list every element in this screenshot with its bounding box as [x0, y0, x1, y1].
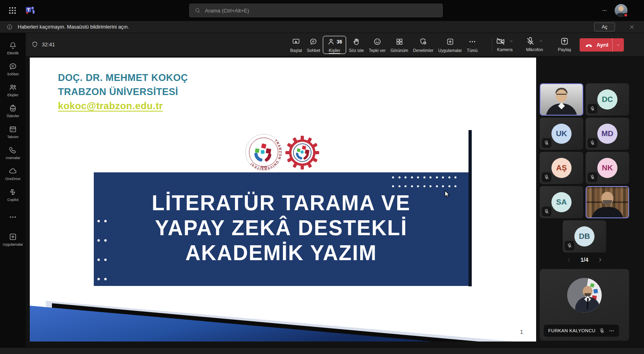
toolbar-button-label: Tepki ver — [369, 48, 386, 53]
app-launcher-waffle-icon[interactable] — [8, 6, 17, 15]
backpack-icon — [8, 104, 17, 113]
plus-square-icon — [446, 37, 454, 46]
toolbar-button-gorunum[interactable]: Görünüm — [388, 36, 410, 54]
close-banner-icon[interactable] — [629, 24, 635, 30]
toolbar-button-icon-row — [352, 37, 361, 47]
mic-off-icon — [590, 106, 595, 112]
slide-accent-bar — [469, 130, 472, 286]
slide-author-email: kokoc@trabzon.edu.tr — [58, 99, 188, 113]
sidebar-item-label: Copilot — [7, 198, 19, 202]
toolbar-button-soz-iste[interactable]: Söz iste — [347, 36, 366, 54]
mic-off-icon — [567, 243, 572, 248]
smiley-icon — [373, 37, 382, 46]
video-feed — [541, 84, 582, 115]
slide-title-line: AKADEMİK YAZIM — [101, 240, 461, 265]
muted-indicator — [542, 172, 551, 182]
person-head — [556, 89, 567, 102]
participant-tile-speaker-video[interactable] — [540, 83, 583, 116]
hangup-icon — [584, 41, 593, 50]
decor-dot — [417, 176, 419, 178]
people-count-badge: 36 — [336, 39, 342, 45]
copilot-icon — [8, 188, 17, 197]
sidebar-item-takvim[interactable]: Takvim — [0, 122, 26, 143]
slide-title: LİTERATÜR TARAMA VEYAPAY ZEKÂ DESTEKLİAK… — [94, 190, 469, 265]
person-icon — [327, 37, 335, 46]
participant-more-icon[interactable] — [609, 328, 615, 334]
sidebar-item-odevler[interactable]: Ödevler — [0, 101, 26, 122]
shield-gear-icon — [419, 37, 427, 46]
participant-tile-AŞ[interactable]: AŞ — [540, 152, 583, 184]
chevron-down-icon[interactable] — [616, 43, 621, 48]
sidebar-item-sohbet[interactable]: Sohbet — [0, 59, 26, 80]
toolbar-button-baslat[interactable]: Başlat — [288, 36, 304, 54]
participant-tile-SA[interactable]: SA — [540, 186, 583, 218]
chevron-right-icon[interactable] — [597, 257, 603, 263]
banner-dots-top-right — [392, 176, 456, 187]
share-button[interactable]: Paylaş — [558, 36, 571, 52]
share-screen-icon — [560, 37, 569, 46]
mic-off-icon — [526, 37, 535, 46]
chevron-down-icon[interactable] — [509, 39, 514, 43]
slide-author-name: DOÇ. DR. MEHMET KOKOÇ — [58, 70, 188, 85]
toolbar-button-label: Tümü — [467, 48, 478, 53]
toolbar-button-tepki-ver[interactable]: Tepki ver — [367, 36, 388, 54]
decor-dot — [436, 176, 438, 178]
slide-page-number: 1 — [520, 329, 523, 335]
sidebar-item-ekipler[interactable]: Ekipler — [0, 80, 26, 101]
toolbar-button-label: Sohbet — [307, 48, 320, 53]
meeting-timer-value: 32:41 — [42, 41, 55, 48]
toolbar-button-tumu[interactable]: Tümü — [465, 36, 480, 54]
sidebar-item-uygulamalar[interactable]: Uygulamalar — [0, 229, 26, 250]
participant-tile-bookshelf-video[interactable] — [586, 186, 629, 218]
decor-dot — [454, 185, 456, 187]
sidebar-item-label: Takvim — [7, 135, 19, 139]
toolbar-button-icon-row — [292, 37, 300, 47]
participant-tile-UK[interactable]: UK — [540, 118, 583, 150]
participant-tile-DB[interactable]: DB — [563, 220, 606, 253]
sidebar-item-label: Ekipler — [7, 93, 19, 97]
sidebar-item-onedrive[interactable]: OneDrive — [0, 164, 26, 184]
sidebar-item-more[interactable] — [0, 209, 26, 225]
leave-meeting-button[interactable]: Ayrıl — [580, 38, 624, 52]
hand-icon — [352, 37, 361, 46]
decor-dot — [454, 176, 456, 178]
decor-dot — [442, 176, 444, 178]
participant-tile-NK[interactable]: NK — [586, 152, 629, 184]
screenshare-icon — [292, 37, 300, 46]
participant-name-pill: FURKAN KALYONCU — [544, 325, 619, 337]
participant-tile-DC[interactable]: DC — [586, 83, 629, 116]
search-input[interactable] — [205, 8, 438, 14]
toolbar-button-icon-row — [395, 37, 404, 47]
meeting-toolbar: 32:41 BaşlatSohbet36KişilerSöz isteTepki… — [26, 33, 644, 56]
sidebar-item-copilot[interactable]: Copilot — [0, 184, 26, 205]
chevron-down-icon[interactable] — [539, 39, 543, 43]
toolbar-button-sohbet[interactable]: Sohbet — [305, 36, 322, 54]
cloud-icon — [8, 167, 17, 176]
sidebar-item-etkinlik[interactable]: Etkinlik — [0, 38, 26, 59]
toolbar-button-kisiler[interactable]: 36Kişiler — [323, 36, 346, 54]
muted-indicator — [542, 138, 551, 148]
participant-tile-MD[interactable]: MD — [586, 118, 629, 150]
shared-presentation-slide: DOÇ. DR. MEHMET KOKOÇ TRABZON ÜNİVERSİTE… — [30, 58, 536, 342]
sidebar-item-label: OneDrive — [5, 177, 21, 181]
teams-logo-icon[interactable] — [25, 5, 35, 15]
camera-button[interactable]: Kamera — [496, 36, 514, 52]
enable-notifications-button[interactable]: Aç — [594, 23, 615, 31]
decor-dot — [97, 278, 100, 280]
topbar-more-icon[interactable] — [600, 8, 609, 13]
decor-dot — [411, 185, 413, 187]
toolbar-button-uygulamalar[interactable]: Uygulamalar — [436, 36, 464, 54]
participant-tile-furkan-kalyoncu[interactable]: FURKAN KALYONCU — [540, 269, 629, 341]
sidebar-item-aramalar[interactable]: Aramalar — [0, 143, 26, 164]
plus-square-icon — [8, 232, 17, 241]
people-icon — [8, 83, 17, 92]
toolbar-button-denetimler[interactable]: Denetimler — [411, 36, 436, 54]
microphone-button[interactable]: Mikrofon — [526, 36, 543, 52]
chevron-left-icon[interactable] — [566, 257, 572, 263]
participant-initials-avatar: UK — [551, 124, 572, 144]
app-top-bar — [0, 0, 644, 21]
sidebar-item-label: Ödevler — [6, 114, 19, 118]
toolbar-button-label: Söz iste — [349, 48, 364, 53]
toolbar-button-icon-row — [468, 37, 477, 47]
search-box[interactable] — [189, 4, 443, 17]
